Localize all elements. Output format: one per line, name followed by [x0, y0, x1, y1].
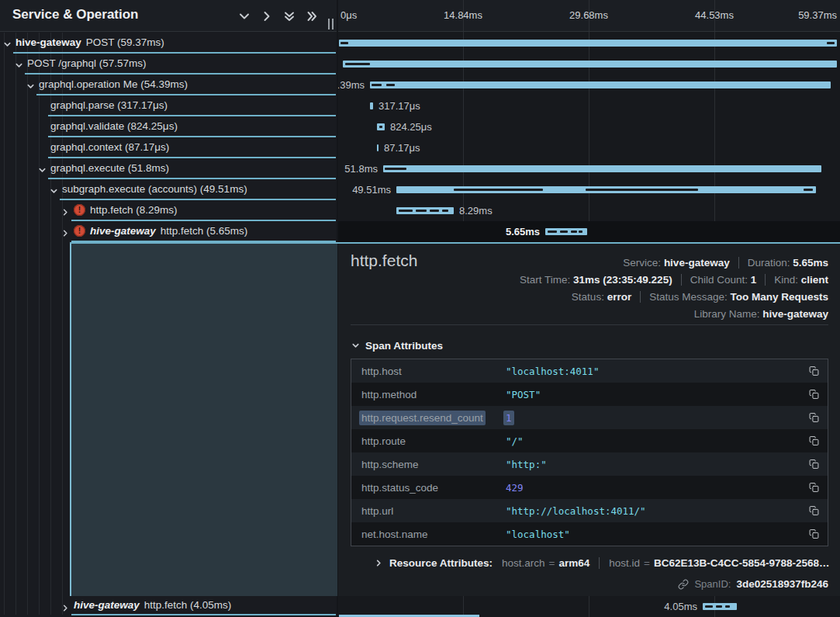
span-id-value: 3de02518937fb246 — [736, 578, 828, 590]
span-row-label: graphql.parse (317.17μs) — [48, 95, 336, 116]
copy-icon[interactable] — [809, 366, 819, 376]
span-id-row: SpanID: 3de02518937fb246 — [656, 578, 828, 590]
attribute-value: "http:" — [503, 457, 549, 472]
span-bar[interactable] — [383, 165, 821, 172]
meta-label: Start Time: — [520, 274, 573, 286]
span-duration-label: 51.8ms — [344, 158, 378, 179]
copy-icon[interactable] — [809, 436, 819, 446]
span-tree-row[interactable]: POST /graphql (57.57ms) — [0, 54, 337, 75]
attribute-value: 429 — [503, 480, 526, 495]
chevron-down-icon[interactable] — [38, 164, 47, 173]
span-tree-row[interactable]: hive-gatewayPOST (59.37ms) — [0, 33, 337, 54]
chevrons-down-icon[interactable] — [282, 9, 296, 23]
selected-span-border — [70, 242, 840, 244]
resource-key: host.id — [609, 557, 640, 569]
resource-value: arm64 — [558, 557, 589, 569]
meta-label: Status: — [572, 291, 607, 303]
meta-label: Status Message: — [649, 291, 730, 303]
chevron-down-icon[interactable] — [237, 9, 251, 23]
service-name: hive-gateway — [74, 599, 140, 611]
timeline-tick: 0μs — [340, 0, 357, 31]
timeline-tick: 59.37ms — [798, 0, 837, 31]
attribute-key: http.request.resend_count — [359, 411, 486, 425]
meta-divider — [681, 274, 682, 286]
self-time-dash — [548, 231, 557, 233]
span-bar[interactable] — [339, 40, 837, 47]
span-id-label: SpanID: — [694, 578, 731, 590]
self-time-dash — [827, 42, 835, 44]
span-bar[interactable] — [370, 102, 373, 109]
self-time-dash — [399, 210, 413, 212]
self-time-dash — [442, 210, 448, 212]
span-duration-label: 317.17μs — [379, 95, 420, 116]
column-resize-handle[interactable] — [327, 19, 335, 29]
meta-label: Kind: — [774, 274, 801, 286]
self-time-dash — [385, 168, 406, 170]
chevron-down-icon[interactable] — [3, 38, 12, 47]
attribute-value: "/" — [503, 434, 526, 449]
span-bar[interactable] — [377, 123, 385, 130]
chevron-right-icon[interactable] — [61, 227, 71, 236]
span-duration-label: 87.17μs — [384, 137, 420, 158]
copy-icon[interactable] — [809, 529, 819, 539]
chevron-right-icon[interactable] — [260, 9, 274, 23]
tree-header: Service & Operation — [0, 0, 337, 32]
self-time-dash — [571, 231, 577, 233]
attribute-value: "http://localhost:4011/" — [503, 504, 648, 518]
operation-name: http.fetch (8.29ms) — [90, 204, 178, 216]
span-row-label: !hive-gatewayhttp.fetch (5.65ms) — [71, 221, 336, 242]
span-tree-row[interactable]: graphql.parse (317.17μs) — [0, 95, 337, 116]
span-bar[interactable] — [703, 603, 737, 610]
copy-icon[interactable] — [809, 483, 819, 493]
span-bar[interactable] — [370, 81, 831, 88]
resource-equals: = — [545, 557, 559, 569]
tree-header-title: Service & Operation — [12, 7, 139, 23]
chevron-right-icon[interactable] — [61, 601, 71, 611]
span-attributes-toggle[interactable]: Span Attributes — [351, 340, 443, 352]
span-row-label: graphql.execute (51.8ms) — [48, 158, 336, 179]
attribute-key: http.host — [359, 364, 404, 379]
span-bar[interactable] — [343, 61, 837, 68]
meta-value: client — [801, 274, 828, 286]
operation-name: http.fetch (5.65ms) — [161, 225, 248, 237]
span-duration-label: 54.39ms — [338, 75, 365, 95]
span-tree-row[interactable]: graphql.execute (51.8ms) — [0, 158, 337, 179]
copy-icon[interactable] — [809, 459, 819, 470]
copy-icon[interactable] — [809, 390, 819, 400]
self-time-dash — [716, 605, 722, 608]
chevron-down-icon[interactable] — [50, 185, 59, 194]
span-tree-row[interactable]: graphql.context (87.17μs) — [0, 137, 337, 158]
link-icon[interactable] — [656, 579, 690, 590]
span-duration-label: 824.25μs — [390, 116, 432, 137]
timeline-tick: 29.68ms — [569, 0, 608, 31]
selected-row-highlight — [338, 221, 840, 242]
meta-value: 5.65ms — [793, 257, 828, 269]
span-bar[interactable] — [377, 144, 379, 151]
span-duration-label: 8.29ms — [459, 200, 493, 221]
resource-value: BC62E13B-C4CC-5854-9788-2568… — [654, 557, 830, 569]
attribute-row: http.route"/" — [351, 429, 828, 452]
span-bar[interactable] — [545, 228, 587, 235]
timeline-header: 0μs 14.84ms 29.68ms 44.53ms 59.37ms — [338, 0, 840, 32]
span-bar[interactable] — [396, 186, 816, 193]
resource-attributes-heading[interactable]: Resource Attributes: — [389, 557, 493, 569]
self-time-dash — [560, 231, 568, 233]
chevrons-right-icon[interactable] — [305, 9, 319, 23]
chevron-right-icon[interactable] — [351, 559, 383, 567]
resource-equals: = — [640, 557, 654, 569]
chevron-right-icon[interactable] — [61, 206, 71, 215]
span-tree-row[interactable]: graphql.operation Me (54.39ms) — [0, 75, 337, 95]
self-time-dash — [386, 84, 395, 86]
chevron-down-icon[interactable] — [26, 80, 36, 89]
chevron-down-icon[interactable] — [15, 59, 24, 68]
span-attributes-heading: Span Attributes — [365, 340, 443, 352]
self-time-dash — [372, 84, 382, 86]
span-tree-row[interactable]: graphql.validate (824.25μs) — [0, 116, 337, 137]
copy-icon[interactable] — [809, 413, 819, 423]
span-row-label: hive-gatewayhttp.fetch (4.05ms) — [71, 596, 336, 615]
self-time-dash — [379, 126, 382, 128]
copy-icon[interactable] — [809, 506, 819, 516]
span-duration-label: 49.51ms — [352, 179, 391, 200]
span-bar[interactable] — [396, 207, 454, 214]
self-time-dash — [586, 189, 698, 191]
